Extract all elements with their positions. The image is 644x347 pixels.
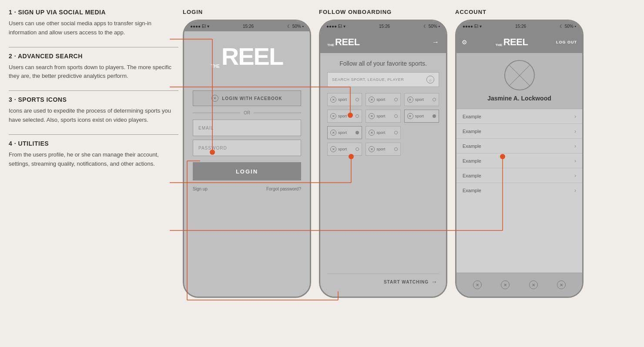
- sport-label-10: sport: [376, 147, 385, 151]
- login-button[interactable]: LOGIN: [193, 162, 301, 180]
- sport-tag-2[interactable]: ✕sport: [366, 93, 400, 106]
- facebook-icon: ✕: [211, 95, 218, 102]
- menu-item-6-label: Example: [463, 188, 481, 193]
- username-display: Jasmine A. Lockwood: [487, 95, 551, 102]
- account-reel-logo: THE REEL: [496, 37, 528, 48]
- menu-item-2[interactable]: Example ›: [456, 124, 582, 139]
- divider-3: [9, 134, 178, 135]
- menu-item-2-arrow: ›: [574, 128, 576, 134]
- sport-dot-2: [394, 98, 398, 101]
- account-menu-list: Example › Example › Example › Example: [456, 109, 582, 273]
- onboarding-phone-column: FOLLOW ONBOARDING ●●●● EI ▾ 15:26 ☾ 50% …: [319, 9, 447, 298]
- menu-item-1-arrow: ›: [574, 113, 576, 120]
- onboarding-next-arrow[interactable]: →: [432, 38, 439, 46]
- sport-x-icon-6: ✕: [407, 113, 413, 119]
- sport-dot-3: [433, 98, 436, 101]
- sport-tag-8[interactable]: ✕sport: [366, 126, 400, 139]
- footer-icon-4[interactable]: ✕: [557, 280, 566, 289]
- sport-x-icon-5: ✕: [369, 113, 375, 119]
- sport-tag-1[interactable]: ✕sport: [327, 93, 362, 106]
- sport-search-placeholder: SEARCH SPORT, LEAGUE, PLAYER: [332, 77, 426, 82]
- onboarding-header: THE REEL →: [320, 31, 446, 53]
- menu-item-1[interactable]: Example ›: [456, 109, 582, 124]
- section-1: 1 · SIGN UP VIA SOCIAL MEDIAUsers can us…: [9, 9, 178, 37]
- menu-item-5[interactable]: Example ›: [456, 168, 582, 183]
- account-logo-the: THE: [496, 43, 503, 47]
- settings-gear-icon[interactable]: ⚙: [462, 39, 467, 46]
- sport-grid-row4: ✕sport ✕sport: [327, 143, 439, 156]
- facebook-login-button[interactable]: ✕ LOGIN WITH FACEBOOK: [193, 90, 301, 106]
- footer-icon-1[interactable]: ✕: [473, 280, 482, 289]
- sport-search-bar[interactable]: SEARCH SPORT, LEAGUE, PLAYER ⌕: [327, 72, 439, 87]
- menu-item-6[interactable]: Example ›: [456, 183, 582, 198]
- sport-x-icon-2: ✕: [369, 97, 375, 103]
- onboarding-phone-body: Follow all of your favorite sports. SEAR…: [320, 53, 446, 297]
- footer-icon-3[interactable]: ✕: [529, 280, 538, 289]
- section-3-heading: 3 · SPORTS ICONS: [9, 96, 178, 103]
- sport-label-3: sport: [415, 97, 424, 102]
- sport-dot-5: [394, 114, 398, 118]
- password-field[interactable]: PASSWORD: [193, 140, 301, 156]
- menu-item-6-arrow: ›: [574, 187, 576, 194]
- sport-tag-9[interactable]: ✕sport: [327, 143, 362, 156]
- sport-tag-4[interactable]: ✕sport: [327, 110, 362, 123]
- sport-label-4: sport: [338, 114, 347, 118]
- footer-icon-2[interactable]: ✕: [501, 280, 510, 289]
- sport-x-icon-8: ✕: [369, 130, 375, 136]
- sport-tag-7[interactable]: ✕sport: [327, 126, 362, 139]
- bottom-links: Sign up Forgot password?: [193, 187, 301, 191]
- sport-label-6: sport: [415, 114, 424, 118]
- section-2-text: Users can search from sports down to pla…: [9, 63, 178, 81]
- onboarding-status-right: ☾ 50% ▪: [423, 24, 440, 29]
- sport-dot-7: [356, 131, 359, 134]
- sport-dot-1: [356, 98, 359, 101]
- login-phone: ●●●● EI ▾ 15:26 ☾ 50% ▪ THE REEL ✕ LOGIN…: [183, 20, 311, 298]
- sport-tag-6[interactable]: ✕sport: [404, 110, 439, 123]
- account-phone-body: Jasmine A. Lockwood Example › Example ›: [456, 53, 582, 297]
- onboarding-reel-logo: THE REEL: [327, 37, 360, 48]
- menu-item-4[interactable]: Example ›: [456, 153, 582, 168]
- menu-item-5-arrow: ›: [574, 173, 576, 179]
- sport-tag-5[interactable]: ✕sport: [366, 110, 400, 123]
- sport-x-icon-10: ✕: [369, 146, 375, 152]
- account-status-bar: ●●●● EI ▾ 15:26 ☾ 50% ▪: [456, 21, 582, 31]
- onboard-content: Follow all of your favorite sports. SEAR…: [320, 53, 446, 297]
- login-phone-column: LOGIN ●●●● EI ▾ 15:26 ☾ 50% ▪ THE REEL: [183, 9, 311, 298]
- forgot-password-link[interactable]: Forgot password?: [266, 187, 301, 191]
- sport-tag-10[interactable]: ✕sport: [366, 143, 400, 156]
- sport-grid-row2: ✕sport ✕sport ✕sport: [327, 110, 439, 123]
- sport-label-2: sport: [376, 97, 385, 102]
- login-reel-logo: THE REEL: [211, 44, 283, 69]
- facebook-button-label: LOGIN WITH FACEBOOK: [222, 96, 282, 101]
- sport-dot-6: [433, 114, 436, 118]
- sport-x-icon-9: ✕: [330, 146, 336, 152]
- logout-button[interactable]: LOG OUT: [556, 40, 577, 44]
- email-field[interactable]: EMAIL: [193, 120, 301, 136]
- sport-tag-3[interactable]: ✕sport: [404, 93, 439, 106]
- onboarding-logo-the: THE: [327, 43, 334, 47]
- start-watching-arrow: →: [431, 278, 437, 285]
- sign-up-link[interactable]: Sign up: [193, 187, 208, 191]
- account-footer-nav: ✕ ✕ ✕ ✕: [456, 273, 582, 297]
- login-logo-the: THE: [211, 64, 220, 69]
- sport-label-9: sport: [338, 147, 347, 151]
- sport-grid-row3: ✕sport ✕sport: [327, 126, 439, 139]
- search-icon: ⌕: [426, 76, 434, 83]
- follow-sports-text: Follow all of your favorite sports.: [327, 60, 439, 67]
- sport-label-5: sport: [376, 114, 385, 118]
- divider-1: [9, 47, 178, 47]
- section-4: 4 · UTILITIESFrom the users profile, he …: [9, 140, 178, 169]
- section-2: 2 · ADVANCED SEARCHUsers can search from…: [9, 53, 178, 81]
- profile-section: Jasmine A. Lockwood: [456, 53, 582, 109]
- menu-item-4-label: Example: [463, 158, 481, 163]
- login-phone-body: THE REEL ✕ LOGIN WITH FACEBOOK OR: [184, 31, 310, 297]
- left-panel: 1 · SIGN UP VIA SOCIAL MEDIAUsers can us…: [9, 9, 178, 178]
- menu-item-3[interactable]: Example ›: [456, 139, 582, 153]
- sport-dot-8: [394, 131, 398, 134]
- onboarding-phone: ●●●● EI ▾ 15:26 ☾ 50% ▪ THE REEL → Follo…: [319, 20, 447, 298]
- account-status-time: 15:26: [515, 24, 526, 29]
- login-logo-reel: REEL: [221, 44, 283, 69]
- start-watching-button[interactable]: START WATCHING →: [327, 274, 439, 290]
- sport-label-8: sport: [376, 130, 385, 135]
- section-4-text: From the users profile, he or she can ma…: [9, 150, 178, 169]
